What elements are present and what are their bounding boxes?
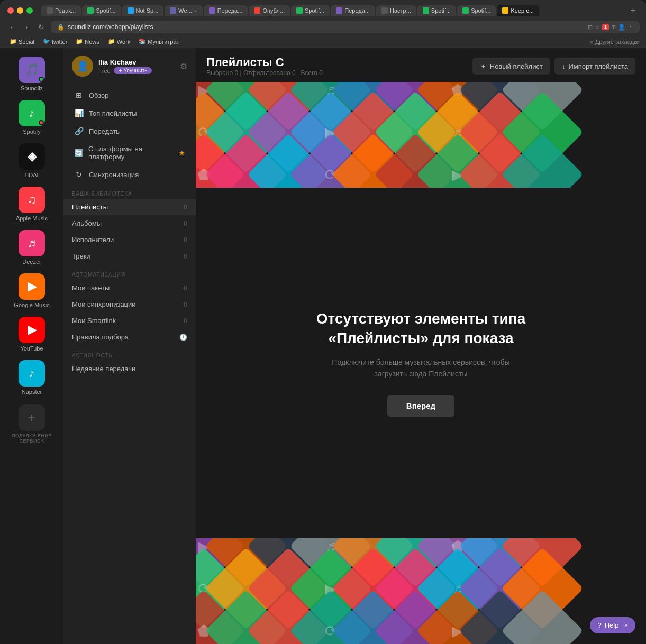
service-icon-wrapper: ♪ bbox=[19, 360, 45, 387]
tab-close-icon[interactable]: × bbox=[194, 8, 197, 14]
browser-tab-2[interactable]: Not Sp... bbox=[122, 5, 164, 16]
browser-tab-7[interactable]: Переда... bbox=[331, 5, 375, 16]
add-service-button[interactable]: + ПОДКЛЮЧЕНИЕ СЕРВИСА bbox=[12, 404, 52, 444]
bookmark-item-1[interactable]: 🐦twitter bbox=[40, 37, 70, 46]
service-item-google-music[interactable]: ▶Google Music bbox=[3, 270, 61, 311]
service-name: Deezer bbox=[22, 259, 41, 265]
service-item-youtube[interactable]: ▶YouTube bbox=[3, 314, 61, 355]
bookmark-icon: 🐦 bbox=[43, 38, 50, 45]
service-icon: ♪ bbox=[19, 360, 45, 387]
bookmark-item-4[interactable]: 📚Мультитран bbox=[135, 37, 183, 46]
forward-button[interactable]: › bbox=[21, 23, 32, 31]
service-item-soundiiz[interactable]: 🎵Soundiiz bbox=[3, 53, 61, 95]
library-item-label: Плейлисты bbox=[72, 203, 177, 211]
library-item-плейлисты[interactable]: Плейлисты 0 bbox=[63, 199, 196, 215]
library-item-альбомы[interactable]: Альбомы 0 bbox=[63, 215, 196, 232]
service-icon-wrapper: 🎵 bbox=[19, 57, 45, 83]
bookmark-item-2[interactable]: 📁News bbox=[72, 37, 103, 46]
browser-tab-4[interactable]: Переда... bbox=[204, 5, 248, 16]
address-bar[interactable]: 🔒 soundiiz.com/webapp/playlists ⊞ ☆ 1 ⊞ … bbox=[51, 21, 640, 33]
import-playlist-button[interactable]: ↓ Импорт плейлиста bbox=[554, 58, 635, 75]
star-icon[interactable]: ☆ bbox=[595, 24, 600, 31]
nav-icon: 📊 bbox=[74, 109, 84, 117]
nav-item-label: С платформы на платформу bbox=[88, 145, 174, 161]
new-tab-button[interactable]: + bbox=[627, 6, 639, 15]
settings-button[interactable]: ⚙ bbox=[180, 61, 187, 71]
service-item-tidal[interactable]: ◈TIDAL bbox=[3, 140, 61, 181]
traffic-lights bbox=[7, 7, 33, 14]
title-bar: Редак...Spotif...Not Sp...We...×Переда..… bbox=[0, 0, 646, 19]
profile-icon[interactable]: 👤 bbox=[618, 24, 625, 31]
nav-menu: ⊞ Обзор 📊 Топ плейлисты 🔗 Передать 🔄 С п… bbox=[63, 84, 196, 644]
bookmark-item-3[interactable]: 📁Work bbox=[105, 37, 133, 46]
browser-tab-0[interactable]: Редак... bbox=[41, 5, 81, 16]
plus-icon: + bbox=[19, 404, 45, 431]
minimize-window-btn[interactable] bbox=[17, 7, 23, 14]
new-playlist-button[interactable]: ＋ Новый плейлист bbox=[472, 58, 550, 75]
service-name: Apple Music bbox=[16, 215, 48, 222]
library-item-треки[interactable]: Треки 0 bbox=[63, 248, 196, 264]
help-button[interactable]: ? Help × bbox=[590, 617, 635, 633]
browser-tab-5[interactable]: Опубл... bbox=[249, 5, 290, 16]
clock-icon: 🕐 bbox=[179, 334, 187, 341]
menu-icon[interactable]: ⋮ bbox=[627, 24, 633, 31]
help-close-icon[interactable]: × bbox=[624, 621, 628, 629]
nav-icon: ↻ bbox=[74, 170, 84, 179]
extensions-icon[interactable]: ⊞ bbox=[611, 24, 616, 31]
activity-item-0[interactable]: Недавние передачи bbox=[63, 361, 196, 377]
browser-tab-9[interactable]: Spotif... bbox=[417, 5, 456, 16]
maximize-window-btn[interactable] bbox=[26, 7, 33, 14]
library-item-label: Исполнители bbox=[72, 236, 177, 244]
browser-tab-10[interactable]: Spotif... bbox=[457, 5, 496, 16]
translate-icon[interactable]: ⊞ bbox=[588, 24, 593, 31]
automation-item-1[interactable]: Мои синхронизации 0 bbox=[63, 296, 196, 312]
browser-tab-3[interactable]: We...× bbox=[165, 5, 202, 16]
service-item-apple-music[interactable]: ♫Apple Music bbox=[3, 183, 61, 225]
nav-item-2[interactable]: 🔗 Передать bbox=[66, 122, 194, 140]
forward-button-main[interactable]: Вперед bbox=[387, 395, 454, 417]
add-service-label: ПОДКЛЮЧЕНИЕ СЕРВИСА bbox=[12, 433, 52, 444]
browser-tab-1[interactable]: Spotif... bbox=[82, 5, 121, 16]
nav-item-label: Топ плейлисты bbox=[89, 109, 137, 117]
tab-label: Not Sp... bbox=[136, 7, 159, 14]
plan-text: Free bbox=[98, 68, 111, 74]
browser-tab-11[interactable]: Keep c... bbox=[497, 5, 539, 16]
content-scroll[interactable]: ▶♬⬟⟳▶♬⬟⟳▶ Отсутствуют элементы типа «Пле… bbox=[196, 82, 646, 644]
tab-label: Опубл... bbox=[262, 7, 285, 14]
automation-item-count: 0 bbox=[177, 284, 187, 292]
bookmark-label: twitter bbox=[52, 39, 67, 45]
import-icon: ↓ bbox=[562, 62, 566, 70]
tab-label: Spotif... bbox=[96, 7, 115, 14]
service-icon-wrapper: ♫ bbox=[19, 187, 45, 213]
action-buttons: ＋ Новый плейлист ↓ Импорт плейлиста bbox=[472, 58, 635, 75]
nav-item-4[interactable]: ↻ Синхронизация bbox=[66, 165, 194, 183]
main-content: Плейлисты С Выбрано 0 | Отфильтровано 0 … bbox=[196, 48, 646, 644]
avatar: 👤 bbox=[72, 56, 93, 77]
nav-item-0[interactable]: ⊞ Обзор bbox=[66, 86, 194, 104]
upgrade-badge[interactable]: ✦ Улучшить bbox=[114, 67, 152, 74]
bookmark-item-0[interactable]: 📁Social bbox=[6, 37, 38, 46]
tab-label: We... bbox=[178, 7, 192, 14]
service-item-spotify[interactable]: ♪Spotify bbox=[3, 97, 61, 138]
service-name: Spotify bbox=[23, 128, 41, 135]
back-button[interactable]: ‹ bbox=[6, 23, 17, 31]
nav-item-3[interactable]: 🔄 С платформы на платформу ★ bbox=[66, 140, 194, 165]
browser-tab-8[interactable]: Настр... bbox=[376, 5, 416, 16]
bookmark-icon: 📁 bbox=[10, 38, 17, 45]
automation-item-label: Мои Smartlink bbox=[72, 317, 177, 325]
service-item-deezer[interactable]: ♬Deezer bbox=[3, 227, 61, 268]
reload-button[interactable]: ↻ bbox=[36, 23, 47, 31]
browser-tab-6[interactable]: Spotif... bbox=[291, 5, 330, 16]
automation-item-0[interactable]: Мои пакеты 0 bbox=[63, 280, 196, 296]
automation-item-3[interactable]: Правила подбора 🕐 bbox=[63, 329, 196, 345]
automation-item-2[interactable]: Мои Smartlink 0 bbox=[63, 312, 196, 329]
library-item-исполнители[interactable]: Исполнители 0 bbox=[63, 232, 196, 248]
bookmarks-more[interactable]: » Другие закладки bbox=[590, 39, 640, 45]
tab-favicon bbox=[170, 7, 176, 14]
nav-item-1[interactable]: 📊 Топ плейлисты bbox=[66, 104, 194, 122]
close-window-btn[interactable] bbox=[7, 7, 14, 14]
tab-favicon bbox=[423, 7, 429, 14]
tab-label: Spotif... bbox=[431, 7, 451, 14]
service-item-napster[interactable]: ♪Napster bbox=[3, 357, 61, 398]
tab-favicon bbox=[209, 7, 215, 14]
